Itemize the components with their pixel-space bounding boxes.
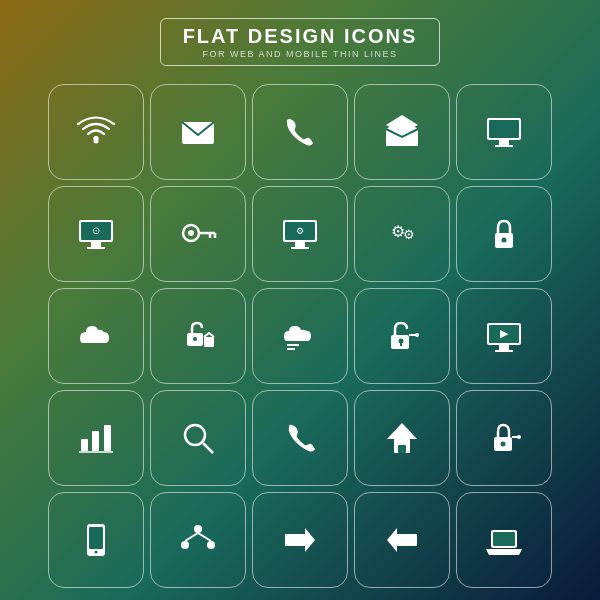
key-icon[interactable] [150,186,246,282]
svg-rect-40 [499,345,509,350]
svg-rect-30 [204,337,214,347]
svg-point-29 [193,337,197,341]
svg-marker-64 [285,528,315,552]
lock-icon[interactable] [456,186,552,282]
svg-point-37 [415,333,419,337]
svg-point-55 [517,435,521,439]
svg-rect-43 [81,439,88,451]
svg-text:⚙: ⚙ [403,227,415,242]
svg-point-58 [95,551,98,554]
svg-text:⊙: ⊙ [92,225,100,236]
phone-icon[interactable] [252,84,348,180]
svg-rect-51 [398,445,406,453]
header-title: FLAT DESIGN ICONS [183,25,418,48]
svg-rect-10 [91,242,101,247]
svg-rect-8 [489,120,519,138]
monitor-gear-icon[interactable]: ⚙ [252,186,348,282]
header-subtitle: FOR WEB AND MOBILE THIN LINES [183,49,418,59]
open-mail-icon[interactable] [354,84,450,180]
monitor-settings-icon[interactable]: ⊙ [48,186,144,282]
svg-text:▶: ▶ [500,327,509,339]
gears-icon[interactable]: ⚙ ⚙ [354,186,450,282]
mobile-icon[interactable] [48,492,144,588]
svg-line-63 [198,533,211,541]
svg-line-48 [203,443,213,453]
laptop-icon[interactable] [456,492,552,588]
svg-point-53 [501,442,506,447]
cloud-lines-icon[interactable] [252,288,348,384]
arrow-left-icon[interactable] [354,492,450,588]
unlock-key-icon[interactable] [354,288,450,384]
unlock-folder-icon[interactable] [150,288,246,384]
phone2-icon[interactable] [252,390,348,486]
monitor-check-icon[interactable]: ▶ [456,288,552,384]
svg-marker-65 [387,528,417,552]
svg-line-2 [299,121,313,135]
svg-point-15 [188,230,194,236]
svg-point-27 [502,238,507,243]
svg-point-60 [181,541,189,549]
search-icon[interactable] [150,390,246,486]
cloud-icon[interactable] [48,288,144,384]
svg-rect-44 [92,431,99,451]
mail-icon[interactable] [150,84,246,180]
svg-text:⚙: ⚙ [296,226,304,236]
svg-line-62 [185,533,198,541]
wifi-icon[interactable] [48,84,144,180]
lock-key-icon[interactable] [456,390,552,486]
svg-rect-45 [104,425,111,451]
svg-point-59 [194,525,202,533]
svg-point-47 [185,425,205,445]
home-icon[interactable] [354,390,450,486]
svg-point-35 [399,339,404,344]
monitor-icon[interactable] [456,84,552,180]
chart-icon[interactable] [48,390,144,486]
svg-rect-6 [499,140,509,145]
arrow-right-icon[interactable] [252,492,348,588]
svg-rect-67 [493,532,515,546]
svg-point-61 [207,541,215,549]
svg-rect-57 [89,527,103,549]
icons-grid: ⊙ ⚙ ⚙ ⚙ [38,84,562,588]
svg-marker-49 [387,423,417,439]
header: FLAT DESIGN ICONS FOR WEB AND MOBILE THI… [160,18,441,66]
svg-point-0 [94,139,99,144]
svg-rect-21 [295,242,305,247]
share-icon[interactable] [150,492,246,588]
